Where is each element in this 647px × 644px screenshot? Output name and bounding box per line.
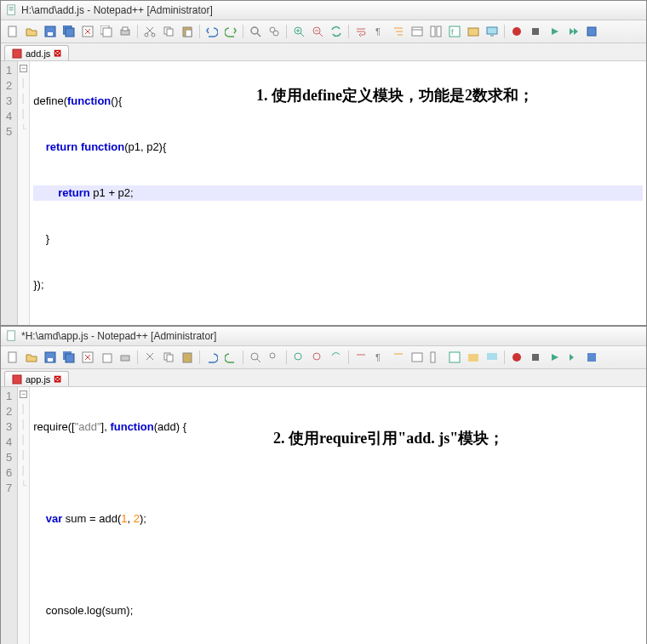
- open-file-button[interactable]: [23, 349, 40, 366]
- svg-rect-24: [431, 26, 435, 37]
- copy-button[interactable]: [160, 23, 177, 40]
- code-area[interactable]: require(["add"], function(add) { var sum…: [30, 387, 646, 644]
- macro-multi-button[interactable]: [564, 23, 581, 40]
- macro-rec-button[interactable]: [508, 349, 525, 366]
- show-all-button[interactable]: ¶: [371, 349, 388, 366]
- monitor-button[interactable]: [484, 349, 501, 366]
- save-state-icon: [12, 374, 22, 385]
- doc-map-button[interactable]: [427, 23, 444, 40]
- replace-button[interactable]: [266, 349, 283, 366]
- show-all-button[interactable]: ¶: [371, 23, 388, 40]
- find-button[interactable]: [247, 23, 264, 40]
- redo-button[interactable]: [222, 349, 239, 366]
- wordwrap-button[interactable]: [352, 23, 369, 40]
- paste-button[interactable]: [179, 349, 196, 366]
- save-button[interactable]: [42, 23, 59, 40]
- lang-button[interactable]: [409, 23, 426, 40]
- wordwrap-button[interactable]: [352, 349, 369, 366]
- code-editor-1[interactable]: 12345 −│││└ define(function(){ return fu…: [1, 61, 646, 325]
- paste-button[interactable]: [179, 23, 196, 40]
- macro-play-button[interactable]: [546, 23, 563, 40]
- svg-rect-8: [103, 28, 112, 37]
- copy-button[interactable]: [160, 349, 177, 366]
- print-button[interactable]: [117, 23, 134, 40]
- zoom-in-button[interactable]: [290, 23, 307, 40]
- svg-rect-42: [121, 356, 129, 361]
- folder-button[interactable]: [465, 23, 482, 40]
- open-file-button[interactable]: [23, 23, 40, 40]
- new-file-button[interactable]: [4, 23, 21, 40]
- macro-stop-button[interactable]: [527, 23, 544, 40]
- svg-rect-54: [468, 354, 478, 362]
- redo-button[interactable]: [222, 23, 239, 40]
- fold-column[interactable]: −│││││└: [18, 387, 30, 644]
- indent-guide-button[interactable]: [390, 23, 407, 40]
- svg-rect-57: [532, 354, 539, 361]
- svg-rect-41: [103, 354, 112, 362]
- fold-column[interactable]: −│││└: [18, 61, 30, 325]
- folder-button[interactable]: [465, 349, 482, 366]
- svg-rect-44: [167, 355, 173, 362]
- macro-save-button[interactable]: [583, 349, 600, 366]
- lang-button[interactable]: [409, 349, 426, 366]
- doc-map-button[interactable]: [427, 349, 444, 366]
- svg-point-30: [512, 27, 521, 36]
- save-all-button[interactable]: [60, 349, 77, 366]
- close-all-button[interactable]: [98, 23, 115, 40]
- save-all-button[interactable]: [60, 23, 77, 40]
- tab-label: add.js: [26, 48, 50, 59]
- save-button[interactable]: [42, 349, 59, 366]
- macro-rec-button[interactable]: [508, 23, 525, 40]
- undo-button[interactable]: [203, 23, 220, 40]
- svg-text:¶: ¶: [375, 26, 381, 37]
- sync-button[interactable]: [328, 23, 345, 40]
- svg-rect-39: [66, 354, 74, 362]
- cut-button[interactable]: [141, 349, 158, 366]
- func-list-button[interactable]: [446, 349, 463, 366]
- func-list-button[interactable]: f: [446, 23, 463, 40]
- find-button[interactable]: [247, 349, 264, 366]
- svg-rect-51: [412, 353, 422, 362]
- file-tab-1[interactable]: add.js ⊠: [4, 45, 69, 60]
- close-button[interactable]: [79, 23, 96, 40]
- titlebar-2: *H:\amd\app.js - Notepad++ [Administrato…: [1, 327, 646, 346]
- sync-button[interactable]: [328, 349, 345, 366]
- close-tab-icon[interactable]: ⊠: [54, 373, 61, 385]
- new-file-button[interactable]: [4, 349, 21, 366]
- svg-point-49: [313, 353, 320, 360]
- svg-point-19: [273, 31, 278, 36]
- svg-rect-59: [13, 375, 21, 384]
- svg-rect-45: [183, 353, 192, 362]
- svg-rect-25: [437, 26, 441, 37]
- toolbar-2: ¶: [1, 346, 646, 369]
- macro-multi-button[interactable]: [564, 349, 581, 366]
- svg-rect-32: [587, 27, 596, 36]
- monitor-button[interactable]: [484, 23, 501, 40]
- svg-point-47: [270, 353, 275, 358]
- svg-point-56: [512, 353, 521, 362]
- titlebar-1: H:\amd\add.js - Notepad++ [Administrator…: [1, 1, 646, 20]
- macro-stop-button[interactable]: [527, 349, 544, 366]
- svg-rect-1: [9, 26, 16, 37]
- indent-guide-button[interactable]: [390, 349, 407, 366]
- zoom-in-button[interactable]: [290, 349, 307, 366]
- svg-rect-52: [431, 352, 435, 362]
- code-editor-2[interactable]: 1234567 −│││││└ require(["add"], functio…: [1, 387, 646, 644]
- close-button[interactable]: [79, 349, 96, 366]
- print-button[interactable]: [117, 349, 134, 366]
- file-tab-2[interactable]: app.js ⊠: [4, 371, 69, 386]
- macro-play-button[interactable]: [546, 349, 563, 366]
- window-title: H:\amd\add.js - Notepad++ [Administrator…: [21, 4, 213, 16]
- replace-button[interactable]: [266, 23, 283, 40]
- cut-button[interactable]: [141, 23, 158, 40]
- notepad-window-1: H:\amd\add.js - Notepad++ [Administrator…: [0, 0, 647, 326]
- svg-rect-34: [8, 331, 15, 340]
- svg-point-48: [295, 353, 301, 360]
- zoom-out-button[interactable]: [309, 23, 326, 40]
- undo-button[interactable]: [203, 349, 220, 366]
- annotation-2: 2. 使用require引用"add. js"模块；: [273, 428, 504, 448]
- close-tab-icon[interactable]: ⊠: [54, 48, 61, 59]
- macro-save-button[interactable]: [583, 23, 600, 40]
- close-all-button[interactable]: [98, 349, 115, 366]
- zoom-out-button[interactable]: [309, 349, 326, 366]
